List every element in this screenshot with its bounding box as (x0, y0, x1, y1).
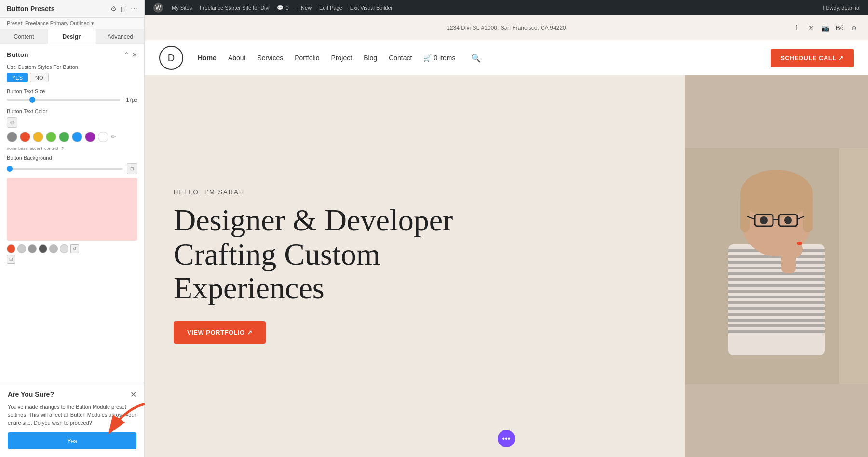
cart-count: 0 items (434, 54, 455, 62)
nav-about[interactable]: About (228, 54, 246, 62)
toggle-yes[interactable]: YES (7, 73, 28, 82)
collapse-icon[interactable]: ⌃ (124, 51, 129, 58)
swatch-red[interactable] (20, 132, 30, 142)
settings-panel: Button Presets ⚙ ▦ ⋯ Preset: Freelance P… (0, 0, 145, 457)
svg-point-30 (784, 216, 792, 224)
toggle-no[interactable]: NO (30, 73, 49, 82)
hero-section: HELLO, I'M SARAH Designer & Developer Cr… (145, 75, 868, 457)
dialog-title: Are You Sure? (8, 390, 54, 398)
slider-thumb[interactable] (29, 97, 35, 103)
nav-home[interactable]: Home (198, 54, 217, 62)
settings-icon[interactable]: ⚙ (110, 5, 117, 13)
svg-point-32 (797, 242, 802, 245)
hero-heading-line1: Designer & Developer (174, 203, 453, 237)
dribbble-icon[interactable]: ⊕ (850, 24, 858, 32)
hero-heading: Designer & Developer Crafting Custom Exp… (174, 203, 453, 305)
svg-rect-12 (728, 296, 825, 298)
svg-rect-13 (728, 301, 825, 304)
mini-arrow[interactable]: ↺ (70, 244, 79, 253)
nav-project[interactable]: Project (331, 54, 353, 62)
nav-services[interactable]: Services (258, 54, 284, 62)
more-icon[interactable]: ⋯ (131, 5, 137, 13)
svg-rect-8 (728, 272, 825, 275)
view-portfolio-button[interactable]: VIEW PORTFOLIO ↗ (174, 321, 266, 344)
my-sites-menu[interactable]: My Sites (168, 0, 196, 15)
swatch-white[interactable] (98, 132, 108, 142)
mini-settings2[interactable]: ⊡ (7, 255, 15, 264)
dialog-yes-button[interactable]: Yes (8, 432, 136, 449)
swatch-purple[interactable] (85, 132, 95, 142)
bg-slider-track[interactable] (7, 168, 123, 170)
hero-content: HELLO, I'M SARAH Designer & Developer Cr… (174, 188, 453, 343)
text-color-label: Button Text Color (7, 108, 137, 114)
svg-rect-16 (728, 319, 825, 322)
slider-track[interactable] (7, 99, 120, 101)
color-picker-box[interactable]: ◎ (7, 117, 17, 128)
more-options-button[interactable]: ••• (498, 430, 515, 447)
svg-rect-15 (728, 313, 825, 316)
swatch-yellow[interactable] (33, 132, 43, 142)
eyedropper-icon: ◎ (10, 120, 14, 125)
nav-cart[interactable]: 🛒 0 items (423, 54, 455, 62)
howdy-item[interactable]: Howdy, deanna (819, 0, 863, 15)
swatch-green2[interactable] (59, 132, 69, 142)
svg-rect-6 (728, 261, 825, 264)
swatch-green[interactable] (46, 132, 56, 142)
wp-logo-item[interactable]: W (149, 0, 168, 15)
behance-icon[interactable]: Bé (835, 24, 844, 32)
site-logo[interactable]: D (159, 46, 183, 70)
layout-icon[interactable]: ▦ (121, 5, 127, 13)
mini-swatch-light[interactable] (60, 244, 68, 253)
more-colors-icon[interactable]: ✏ (111, 134, 116, 140)
text-size-label: Button Text Size (7, 88, 137, 94)
mini-swatch-red[interactable] (7, 244, 15, 253)
edit-page-item[interactable]: Edit Page (315, 0, 346, 15)
dialog-close-button[interactable]: ✕ (130, 390, 136, 399)
mini-swatch-silver[interactable] (49, 244, 58, 253)
color-swatches-row: ✏ (7, 132, 137, 142)
hero-heading-line3: Experiences (174, 271, 325, 305)
facebook-icon[interactable]: f (792, 24, 800, 32)
twitter-icon[interactable]: 𝕏 (806, 24, 815, 32)
svg-rect-17 (728, 324, 825, 327)
site-name-item[interactable]: Freelance Starter Site for Divi (196, 0, 273, 15)
panel-subtitle[interactable]: Preset: Freelance Primary Outlined ▾ (0, 18, 144, 29)
svg-rect-34 (839, 148, 868, 384)
custom-styles-label: Use Custom Styles For Button (7, 64, 137, 70)
nav-portfolio[interactable]: Portfolio (295, 54, 319, 62)
svg-point-21 (740, 170, 813, 218)
nav-contact[interactable]: Contact (389, 54, 412, 62)
nav-blog[interactable]: Blog (364, 54, 377, 62)
search-icon[interactable]: 🔍 (471, 54, 481, 63)
swatch-blue[interactable] (72, 132, 82, 142)
bg-slider-thumb[interactable] (7, 166, 13, 172)
wp-icon: W (155, 4, 161, 11)
new-item[interactable]: + New (293, 0, 316, 15)
panel-tabs: Content Design Advanced (0, 29, 144, 44)
bg-preview (7, 178, 137, 241)
hero-person-illustration (685, 75, 868, 457)
tab-advanced[interactable]: Advanced (96, 29, 144, 44)
close-section-icon[interactable]: ✕ (132, 51, 137, 58)
mini-swatches2: ⊡ (7, 255, 137, 264)
comments-item[interactable]: 💬 0 (273, 0, 292, 15)
exit-builder-item[interactable]: Exit Visual Builder (346, 0, 396, 15)
color-label-row: none base accent context ↺ (7, 146, 137, 151)
bg-color-box[interactable]: ⊡ (127, 163, 137, 174)
panel-header: Button Presets ⚙ ▦ ⋯ (0, 0, 144, 18)
svg-rect-14 (728, 307, 825, 310)
slider-value: 17px (124, 97, 137, 103)
tab-content[interactable]: Content (0, 29, 48, 44)
bg-slider: ⊡ (7, 163, 137, 174)
bg-label: Button Background (7, 155, 137, 161)
social-icons: f 𝕏 📷 Bé ⊕ (792, 24, 868, 32)
mini-swatch-dgray[interactable] (39, 244, 47, 253)
mini-swatch-lgray[interactable] (17, 244, 26, 253)
mini-swatches: ↺ (7, 244, 137, 253)
tab-design[interactable]: Design (48, 29, 96, 44)
instagram-icon[interactable]: 📷 (821, 24, 829, 32)
swatch-gray[interactable] (7, 132, 17, 142)
comments-count: 0 (285, 5, 288, 11)
schedule-call-button[interactable]: SCHEDULE CALL ↗ (771, 49, 854, 67)
mini-swatch-gray[interactable] (28, 244, 37, 253)
